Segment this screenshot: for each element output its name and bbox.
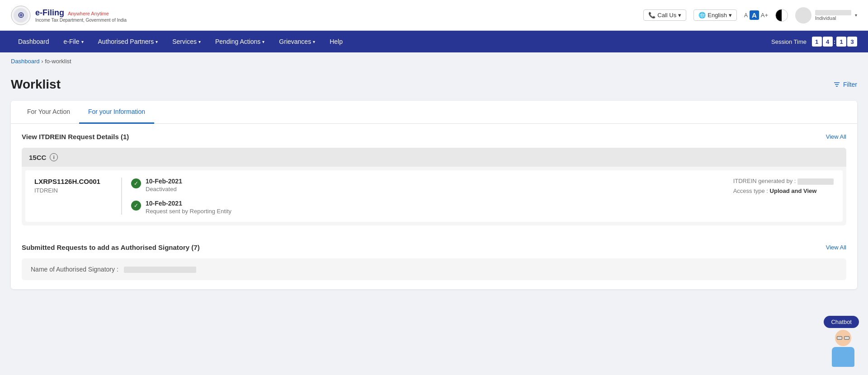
nav-efile[interactable]: e-File ▾ — [57, 31, 91, 52]
timeline-desc-2: Request sent by Reporting Entity — [146, 208, 231, 215]
session-time: Session Time 1 4 : 1 3 — [771, 37, 857, 47]
worklist-card: For Your Action For your Information Vie… — [11, 101, 857, 289]
partners-arrow-icon: ▾ — [156, 39, 158, 44]
itdrein-section-title: View ITDREIN Request Details (1) — [22, 133, 129, 141]
pending-arrow-icon: ▾ — [262, 39, 264, 44]
timeline: ✓ 10-Feb-2021 Deactivated ✓ 10-Feb-2021 … — [121, 178, 719, 215]
session-digits: 1 4 : 1 3 — [812, 37, 857, 47]
language-selector[interactable]: 🌐 English ▾ — [693, 9, 737, 21]
signatory-name-value — [124, 267, 196, 273]
user-name — [815, 10, 851, 15]
nav-authorised-partners[interactable]: Authorised Partners ▾ — [91, 31, 165, 52]
avatar — [795, 7, 811, 23]
request-card-body: LXRPS1126H.CO001 ITDREIN ✓ 10-Feb-2021 D… — [25, 170, 843, 222]
breadcrumb: Dashboard › fo-worklist — [0, 52, 868, 70]
svg-text:⊕: ⊕ — [18, 10, 24, 19]
logo-subtitle: Income Tax Department, Government of Ind… — [35, 18, 127, 23]
tab-for-your-information[interactable]: For your Information — [79, 101, 154, 124]
font-controls: A A A+ — [744, 10, 768, 20]
phone-icon: 📞 — [648, 12, 656, 19]
font-normal-button[interactable]: A — [750, 10, 759, 20]
session-digit-1: 1 — [812, 37, 822, 47]
session-digit-2: 4 — [823, 37, 833, 47]
breadcrumb-home[interactable]: Dashboard — [11, 58, 40, 65]
timeline-content-1: 10-Feb-2021 Deactivated — [146, 178, 182, 192]
chatbot-widget: Chatbot — [824, 316, 859, 366]
access-type-row: Access type : Upload and View — [733, 188, 834, 194]
lang-dropdown-arrow: ▾ — [729, 12, 732, 19]
chatbot-avatar[interactable] — [827, 330, 859, 366]
tab-for-your-action[interactable]: For Your Action — [18, 101, 79, 124]
timeline-date-1: 10-Feb-2021 — [146, 178, 182, 185]
generated-by-value — [797, 178, 834, 185]
timeline-item-2: ✓ 10-Feb-2021 Request sent by Reporting … — [131, 200, 719, 215]
header: ⊕ e-Filing Anywhere Anytime Income Tax D… — [0, 0, 868, 31]
timeline-date-2: 10-Feb-2021 — [146, 200, 231, 207]
user-type: Individual — [815, 15, 851, 21]
globe-icon: 🌐 — [698, 12, 706, 19]
request-id: LXRPS1126H.CO001 — [34, 178, 107, 185]
main-content: Worklist Filter For Your Action For your… — [0, 70, 868, 375]
itdrein-view-all[interactable]: View All — [826, 133, 846, 140]
signatory-section: Submitted Requests to add as Authorised … — [11, 244, 857, 289]
call-us-dropdown-arrow: ▾ — [678, 12, 681, 19]
timeline-desc-1: Deactivated — [146, 186, 182, 192]
filter-button[interactable]: Filter — [833, 81, 857, 88]
itdrein-section: View ITDREIN Request Details (1) View Al… — [11, 124, 857, 244]
breadcrumb-separator: › — [41, 58, 43, 65]
services-arrow-icon: ▾ — [198, 39, 201, 44]
logo-text: e-Filing Anywhere Anytime Income Tax Dep… — [35, 8, 127, 23]
tabs: For Your Action For your Information — [11, 101, 857, 124]
itdrein-request-card: 15CC i LXRPS1126H.CO001 ITDREIN ✓ — [22, 148, 846, 225]
request-id-section: LXRPS1126H.CO001 ITDREIN — [34, 178, 107, 194]
header-right: 📞 Call Us ▾ 🌐 English ▾ A A A+ Individua… — [643, 7, 857, 23]
breadcrumb-current: fo-worklist — [45, 58, 71, 65]
signatory-section-title: Submitted Requests to add as Authorised … — [22, 244, 200, 251]
page-title: Worklist — [11, 77, 61, 92]
font-decrease-button[interactable]: A — [744, 12, 748, 19]
session-digit-3: 1 — [836, 37, 846, 47]
page-header: Worklist Filter — [11, 77, 857, 92]
logo-area: ⊕ e-Filing Anywhere Anytime Income Tax D… — [11, 5, 127, 25]
nav-help[interactable]: Help — [322, 31, 350, 52]
user-info: Individual — [815, 10, 851, 21]
signatory-card: Name of Authorised Signatory : — [22, 258, 846, 280]
efile-arrow-icon: ▾ — [81, 39, 84, 44]
navbar: Dashboard e-File ▾ Authorised Partners ▾… — [0, 31, 868, 52]
request-card-header: 15CC i — [22, 148, 846, 167]
timeline-item-1: ✓ 10-Feb-2021 Deactivated — [131, 178, 719, 192]
session-digit-4: 3 — [847, 37, 857, 47]
call-us-button[interactable]: 📞 Call Us ▾ — [643, 9, 686, 21]
filter-icon — [833, 81, 840, 88]
timeline-check-2: ✓ — [131, 201, 141, 211]
nav-pending-actions[interactable]: Pending Actions ▾ — [208, 31, 272, 52]
generated-by-row: ITDREIN generated by : — [733, 178, 834, 185]
itdrein-section-header: View ITDREIN Request Details (1) View Al… — [22, 133, 846, 141]
request-meta: ITDREIN generated by : Access type : Upl… — [733, 178, 834, 197]
info-icon[interactable]: i — [50, 153, 58, 161]
font-increase-button[interactable]: A+ — [761, 12, 768, 19]
chatbot-label[interactable]: Chatbot — [824, 316, 859, 328]
signatory-view-all[interactable]: View All — [826, 244, 846, 251]
timeline-check-1: ✓ — [131, 178, 141, 188]
signatory-section-header: Submitted Requests to add as Authorised … — [22, 244, 846, 251]
nav-services[interactable]: Services ▾ — [165, 31, 208, 52]
nav-grievances[interactable]: Grievances ▾ — [272, 31, 322, 52]
emblem-icon: ⊕ — [11, 5, 31, 25]
request-type: ITDREIN — [34, 187, 107, 194]
signatory-name-row: Name of Authorised Signatory : — [31, 266, 837, 273]
contrast-toggle-button[interactable] — [775, 9, 788, 22]
nav-dashboard[interactable]: Dashboard — [11, 31, 57, 52]
timeline-content-2: 10-Feb-2021 Request sent by Reporting En… — [146, 200, 231, 215]
session-colon: : — [834, 38, 835, 45]
user-area: Individual ▾ — [795, 7, 857, 23]
efiling-brand: e-Filing Anywhere Anytime — [35, 8, 127, 18]
user-dropdown-arrow[interactable]: ▾ — [855, 13, 857, 18]
grievances-arrow-icon: ▾ — [313, 39, 315, 44]
